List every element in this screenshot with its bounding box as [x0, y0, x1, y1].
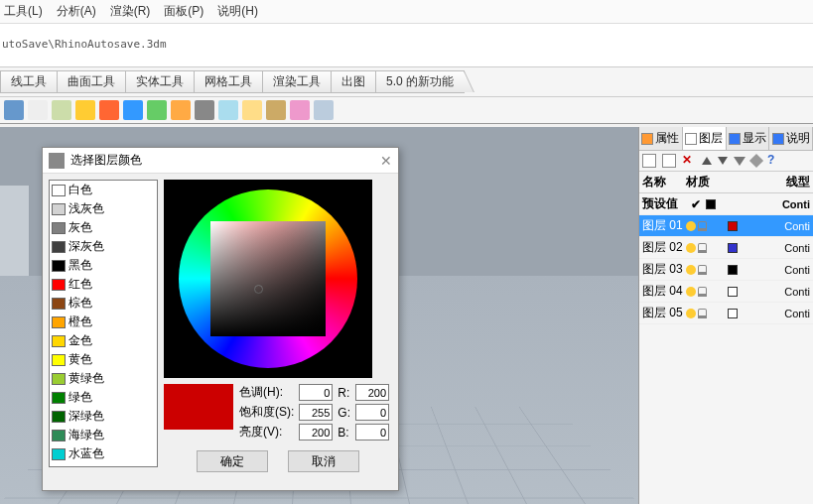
color-list-item[interactable]: 棕色 [50, 294, 157, 313]
toolbar-button-11[interactable] [266, 100, 286, 120]
close-icon[interactable]: ✕ [380, 153, 392, 169]
filter-icon[interactable] [734, 157, 745, 166]
menu-help[interactable]: 说明(H) [217, 3, 258, 20]
color-list-item[interactable]: 水蓝色 [50, 444, 157, 463]
layer-row[interactable]: 图层 04Conti [639, 281, 813, 303]
help-icon[interactable]: ? [767, 154, 781, 168]
toolbar-button-2[interactable] [52, 100, 71, 120]
command-line[interactable]: utoSave\RhinoAutosave.3dm [0, 24, 813, 67]
toolbar-button-6[interactable] [147, 100, 167, 120]
delete-layer-icon[interactable]: ✕ [682, 154, 696, 168]
bulb-icon[interactable] [686, 265, 696, 275]
r-input[interactable] [355, 384, 389, 401]
move-up-icon[interactable] [702, 157, 712, 165]
color-wheel-area[interactable] [164, 180, 372, 378]
color-list-item[interactable]: 黄绿色 [50, 369, 157, 388]
new-layer-icon[interactable] [642, 154, 656, 168]
sat-input[interactable] [299, 404, 333, 421]
sv-cursor[interactable] [254, 285, 263, 294]
tab-solid-tools[interactable]: 实体工具 [125, 70, 195, 93]
sv-square[interactable] [210, 221, 326, 336]
color-list-item[interactable]: 深灰色 [50, 237, 157, 256]
toolbar-button-9[interactable] [218, 100, 238, 120]
hue-input[interactable] [299, 384, 333, 401]
lock-icon[interactable] [698, 287, 707, 297]
toolbar-button-13[interactable] [314, 100, 334, 120]
move-down-icon[interactable] [718, 157, 728, 165]
tools-icon[interactable] [749, 154, 763, 168]
color-list-item[interactable]: 白色 [50, 181, 157, 199]
panel-tab-label: 说明 [786, 130, 810, 147]
layer-list-header: 名称 材质 线型 [639, 172, 813, 193]
lock-icon[interactable] [698, 221, 707, 231]
layer-row[interactable]: 图层 03Conti [639, 259, 813, 281]
layer-row[interactable]: 图层 02Conti [639, 237, 813, 259]
bulb-icon[interactable] [686, 221, 696, 231]
color-list-item[interactable]: 绿色 [50, 388, 157, 407]
menu-analyze[interactable]: 分析(A) [57, 3, 96, 20]
r-label: R: [338, 386, 350, 400]
layer-swatch[interactable] [728, 243, 738, 253]
val-input[interactable] [299, 424, 333, 441]
layer-swatch[interactable] [706, 199, 716, 209]
bulb-icon[interactable] [686, 287, 696, 297]
color-list-item[interactable]: 深绿色 [50, 407, 157, 426]
hue-ring[interactable] [179, 189, 357, 368]
tab-line-tools[interactable]: 线工具 [0, 70, 58, 93]
ok-button[interactable]: 确定 [197, 450, 268, 472]
dialog-titlebar[interactable]: 选择图层颜色 ✕ [43, 148, 398, 174]
color-list-item[interactable]: 黑色 [50, 256, 157, 275]
tab-mesh-tools[interactable]: 网格工具 [194, 70, 263, 93]
toolbar-button-10[interactable] [242, 100, 262, 120]
tab-render-tools[interactable]: 渲染工具 [262, 70, 332, 93]
toolbar-button-4[interactable] [99, 100, 119, 120]
bulb-icon[interactable] [686, 243, 696, 253]
layer-swatch[interactable] [728, 265, 738, 275]
toolbar-button-7[interactable] [171, 100, 191, 120]
col-material: 材质 [686, 174, 786, 190]
color-list-item[interactable]: 金色 [50, 331, 157, 350]
menu-render[interactable]: 渲染(R) [110, 3, 151, 20]
panel-tab-图层[interactable]: 图层 [683, 127, 727, 150]
g-input[interactable] [355, 404, 389, 421]
layer-row[interactable]: 图层 01Conti [639, 215, 813, 237]
lock-icon[interactable] [698, 243, 707, 253]
bulb-icon[interactable] [686, 309, 696, 318]
menu-panels[interactable]: 面板(P) [164, 3, 203, 20]
layer-swatch[interactable] [728, 309, 738, 318]
b-input[interactable] [355, 424, 389, 441]
panel-tab-属性[interactable]: 属性 [639, 127, 683, 150]
layer-swatch[interactable] [728, 221, 738, 231]
lock-icon[interactable] [698, 265, 707, 275]
tab-surface-tools[interactable]: 曲面工具 [57, 70, 126, 93]
layer-linetype: Conti [784, 308, 810, 319]
panel-tab-label: 属性 [655, 130, 679, 147]
lock-icon[interactable] [698, 309, 707, 318]
current-check: ✔ [686, 197, 706, 211]
color-list-item[interactable]: 黄色 [50, 350, 157, 369]
toolbar-button-5[interactable] [123, 100, 143, 120]
tab-drafting[interactable]: 出图 [331, 70, 376, 93]
toolbar-button-8[interactable] [195, 100, 214, 120]
color-list-item[interactable]: 海绿色 [50, 426, 157, 444]
color-list-item[interactable]: 浅灰色 [50, 199, 157, 218]
toolbar-button-1[interactable] [28, 100, 48, 120]
tab-new-v5[interactable]: 5.0 的新功能 [375, 70, 465, 93]
layer-swatch[interactable] [728, 287, 738, 297]
named-color-list[interactable]: 白色浅灰色灰色深灰色黑色红色棕色橙色金色黄色黄绿色绿色深绿色海绿色水蓝色青色浅紫… [49, 180, 158, 467]
color-list-item[interactable]: 灰色 [50, 218, 157, 237]
panel-tab-显示[interactable]: 显示 [727, 127, 770, 150]
toolbar-button-3[interactable] [75, 100, 95, 120]
color-list-item[interactable]: 橙色 [50, 313, 157, 331]
color-list-item[interactable]: 红色 [50, 275, 157, 294]
panel-tab-说明[interactable]: 说明 [769, 127, 813, 150]
viewport-geometry [0, 185, 30, 279]
toolbar-button-12[interactable] [290, 100, 310, 120]
layer-row[interactable]: 图层 05Conti [639, 303, 813, 324]
toolbar-button-0[interactable] [4, 100, 24, 120]
cancel-button[interactable]: 取消 [288, 450, 359, 472]
menu-tools[interactable]: 工具(L) [4, 3, 43, 20]
color-list-item[interactable]: 青色 [50, 463, 157, 467]
layer-preset-row[interactable]: 预设值 ✔ Conti [639, 193, 813, 215]
new-sublayer-icon[interactable] [662, 154, 676, 168]
